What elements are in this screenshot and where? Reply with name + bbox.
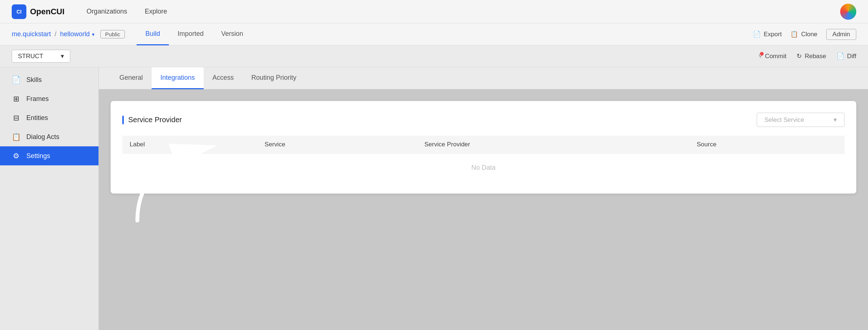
commit-button[interactable]: ⑂ Commit <box>758 53 787 60</box>
export-button[interactable]: 📄 Export <box>753 30 782 38</box>
select-service-dropdown[interactable]: Select Service ▾ <box>757 113 845 127</box>
chevron-down-icon: ▾ <box>92 31 94 37</box>
sub-tab-general[interactable]: General <box>111 67 152 89</box>
panel-header: Service Provider Select Service ▾ <box>122 113 845 127</box>
sidebar-item-frames[interactable]: ⊞ Frames <box>0 89 99 108</box>
content-area: General Integrations Access Routing Prio… <box>99 67 868 330</box>
panel-title-bar <box>122 116 124 124</box>
col-source: Source <box>689 136 845 154</box>
dialog-acts-icon: 📋 <box>12 132 21 141</box>
sub-tabs: General Integrations Access Routing Prio… <box>99 67 868 89</box>
sidebar-item-settings[interactable]: ⚙ Settings <box>0 146 99 165</box>
struct-chevron-icon: ▾ <box>61 52 64 60</box>
logo-icon: CI <box>12 4 26 19</box>
col-label: Label <box>122 136 257 154</box>
commit-icon-wrap: ⑂ <box>758 53 762 60</box>
nav-links: Organizations Explore <box>86 8 840 15</box>
integration-panel: Service Provider Select Service ▾ Label … <box>111 101 856 194</box>
diff-button[interactable]: 📄 Diff <box>837 52 856 60</box>
nav-organizations[interactable]: Organizations <box>86 8 127 15</box>
clone-button[interactable]: 📋 Clone <box>790 30 817 38</box>
empty-state-text: No Data <box>122 154 845 182</box>
table-empty-row: No Data <box>122 154 845 182</box>
entities-icon: ⊟ <box>12 113 21 122</box>
commit-notification-dot <box>760 52 764 56</box>
settings-icon: ⚙ <box>12 151 21 160</box>
logo-area: CI OpenCUI <box>12 4 64 19</box>
struct-select[interactable]: STRUCT ▾ <box>12 50 70 63</box>
visibility-badge: Public <box>100 30 125 38</box>
toolbar-right: ⑂ Commit ↻ Rebase 📄 Diff <box>758 52 856 60</box>
breadcrumb-actions: 📄 Export 📋 Clone Admin <box>753 29 856 40</box>
nav-explore[interactable]: Explore <box>145 8 167 15</box>
panel-title: Service Provider <box>122 116 182 124</box>
main-content: 📄 Skills ⊞ Frames ⊟ Entities 📋 Dialog Ac… <box>0 67 868 330</box>
sub-tab-integrations[interactable]: Integrations <box>152 67 204 89</box>
sub-tab-routing-priority[interactable]: Routing Priority <box>242 67 305 89</box>
diff-icon: 📄 <box>837 52 844 60</box>
avatar[interactable] <box>840 4 856 20</box>
page-tabs: Build Imported Version <box>137 23 252 45</box>
sidebar-item-skills[interactable]: 📄 Skills <box>0 70 99 89</box>
rebase-icon: ↻ <box>797 52 802 60</box>
clone-icon: 📋 <box>790 30 798 38</box>
integrations-table: Label Service Service Provider Source No… <box>122 136 845 182</box>
frames-icon: ⊞ <box>12 94 21 103</box>
rebase-button[interactable]: ↻ Rebase <box>797 52 826 60</box>
tab-build[interactable]: Build <box>137 23 169 45</box>
app-name: OpenCUI <box>30 7 64 16</box>
sub-tab-access[interactable]: Access <box>204 67 242 89</box>
export-icon: 📄 <box>753 30 761 38</box>
breadcrumb-project[interactable]: helloworld ▾ <box>60 30 94 38</box>
col-service: Service <box>257 136 417 154</box>
toolbar: STRUCT ▾ ⑂ Commit ↻ Rebase 📄 Diff <box>0 45 868 67</box>
breadcrumb-bar: me.quickstart / helloworld ▾ Public Buil… <box>0 23 868 45</box>
sidebar: 📄 Skills ⊞ Frames ⊟ Entities 📋 Dialog Ac… <box>0 67 99 330</box>
sidebar-item-entities[interactable]: ⊟ Entities <box>0 108 99 127</box>
skills-icon: 📄 <box>12 75 21 84</box>
sidebar-item-dialog-acts[interactable]: 📋 Dialog Acts <box>0 127 99 146</box>
breadcrumb-org[interactable]: me.quickstart <box>12 30 51 38</box>
table-header-row: Label Service Service Provider Source <box>122 136 845 154</box>
select-service-chevron-icon: ▾ <box>834 116 837 124</box>
admin-button[interactable]: Admin <box>826 29 856 40</box>
top-navigation: CI OpenCUI Organizations Explore <box>0 0 868 23</box>
tab-imported[interactable]: Imported <box>169 23 212 45</box>
col-service-provider: Service Provider <box>417 136 689 154</box>
tab-version[interactable]: Version <box>212 23 252 45</box>
breadcrumb-separator: / <box>55 30 56 38</box>
